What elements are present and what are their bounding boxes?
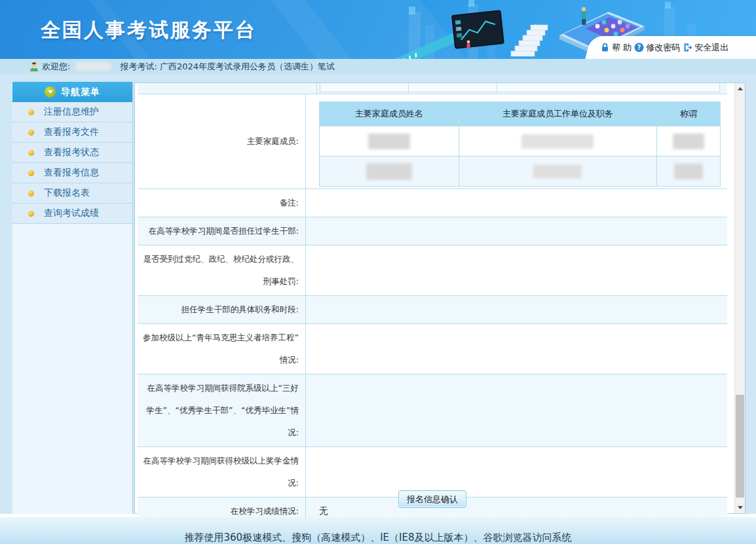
sidebar-item-label: 注册信息维护 [44,106,99,118]
truncated-inner-table [320,83,720,92]
change-password-label: 修改密码 [646,42,680,54]
nav-menu-header[interactable]: 导航菜单 [12,82,132,102]
sidebar: 导航菜单 注册信息维护 查看报考文件 查看报考状态 查看报考信息 下载报名表 查… [12,82,133,514]
field-value [306,324,727,374]
welcome-greeting: 欢迎您: [42,61,70,73]
logout-button[interactable]: 安全退出 [683,42,728,54]
main-panel: 主要家庭成员: 主要家庭成员姓名 主要家庭成员工作单位及职务 称谓 [134,82,746,514]
bullet-icon [28,130,34,136]
sidebar-item-register-info[interactable]: 注册信息维护 [12,102,132,122]
bullet-icon [28,190,34,196]
family-table-row [320,126,720,156]
bullet-icon [28,109,34,115]
sidebar-item-label: 查看报考状态 [44,147,99,158]
field-value [306,245,727,295]
field-value [306,447,727,497]
sidebar-item-label: 查询考试成绩 [44,208,99,219]
sidebar-item-label: 查看报考文件 [44,126,99,138]
user-avatar-icon [29,62,39,71]
field-label: 是否受到过党纪、政纪、校纪处分或行政、刑事处罚: [140,248,299,293]
field-row-remark: 备注: [138,189,727,217]
col-header-work-unit: 主要家庭成员工作单位及职务 [459,102,658,126]
field-label: 在高等学校学习期间获得校级以上奖学金情况: [140,450,299,494]
sidebar-item-exam-info[interactable]: 查看报考信息 [12,163,132,183]
confirm-registration-button[interactable]: 报名信息确认 [398,490,466,508]
redacted-name [368,134,410,149]
truncated-row-label [138,83,317,94]
redacted-work-unit [533,165,582,178]
family-members-label-cell: 主要家庭成员: [138,94,306,189]
scroll-up-arrow-icon[interactable] [735,83,745,94]
vertical-scrollbar[interactable] [734,83,745,513]
field-label: 备注: [140,192,299,214]
field-label: 参加校级以上“青年马克思主义者培养工程”情况: [140,327,299,371]
field-value [306,296,727,323]
header-tools-panel: 帮 助 ? 修改密码 安全退出 [585,36,756,59]
sidebar-item-exam-files[interactable]: 查看报考文件 [12,122,132,143]
family-members-table: 主要家庭成员姓名 主要家庭成员工作单位及职务 称谓 [319,101,721,187]
field-label: 担任学生干部的具体职务和时段: [140,299,299,321]
field-value [306,189,727,217]
exam-info: 报考考试: 广西2024年度考试录用公务员（选调生）笔试 [120,61,335,73]
field-label: 在高等学校学习期间获得院系级以上“三好学生”、“优秀学生干部”、“优秀毕业生”情… [140,377,299,444]
family-members-row: 主要家庭成员: 主要家庭成员姓名 主要家庭成员工作单位及职务 称谓 [138,94,727,189]
redacted-name [366,163,412,180]
scroll-down-arrow-icon[interactable] [735,502,745,513]
question-icon: ? [634,43,644,52]
col-header-relation: 称谓 [657,102,720,126]
redacted-relation [674,164,703,179]
truncated-row [138,83,727,94]
svg-text:?: ? [637,44,641,51]
field-value [306,217,727,245]
bullet-icon [28,170,34,176]
page-footer: 推荐使用360极速模式、搜狗（高速模式）、IE（IE8及以上版本）、谷歌浏览器访… [0,517,756,544]
user-name-redacted [75,62,111,71]
logout-icon [683,43,692,52]
field-row-honors: 在高等学校学习期间获得院系级以上“三好学生”、“优秀学生干部”、“优秀毕业生”情… [138,374,727,447]
registration-info-table: 主要家庭成员: 主要家庭成员姓名 主要家庭成员工作单位及职务 称谓 [138,83,727,526]
help-label: 帮 助 [612,42,632,54]
page: 全国人事考试服务平台 [0,0,756,544]
family-members-value-cell: 主要家庭成员姓名 主要家庭成员工作单位及职务 称谓 [306,94,727,189]
field-label: 在高等学校学习期间是否担任过学生干部: [140,220,299,242]
field-row-marxism-program: 参加校级以上“青年马克思主义者培养工程”情况: [138,324,727,374]
field-row-discipline: 是否受到过党纪、政纪、校纪处分或行政、刑事处罚: [138,245,727,296]
sidebar-item-download-form[interactable]: 下载报名表 [12,183,132,204]
logout-label: 安全退出 [694,42,728,54]
app-header: 全国人事考试服务平台 [0,0,756,59]
field-value [306,374,727,446]
family-table-row [320,156,720,186]
redacted-work-unit [521,134,594,149]
sidebar-item-label: 下载报名表 [44,187,90,199]
change-password-button[interactable]: ? 修改密码 [634,42,680,54]
site-title: 全国人事考试服务平台 [41,17,257,44]
collapse-icon [45,86,56,98]
field-label: 主要家庭成员: [140,130,299,153]
welcome-bar: 欢迎您: 报考考试: 广西2024年度考试录用公务员（选调生）笔试 [0,59,756,74]
help-button[interactable]: 帮 助 [600,42,632,54]
nav-menu-title: 导航菜单 [61,86,100,98]
field-row-student-cadre: 在高等学校学习期间是否担任过学生干部: [138,217,727,245]
scrollbar-thumb[interactable] [736,395,744,498]
bullet-icon [28,211,34,217]
family-table-header: 主要家庭成员姓名 主要家庭成员工作单位及职务 称谓 [320,102,720,126]
browser-recommendation: 推荐使用360极速模式、搜狗（高速模式）、IE（IE8及以上版本）、谷歌浏览器访… [0,532,756,544]
lock-icon [600,43,610,52]
sidebar-item-label: 查看报考信息 [44,167,99,179]
sidebar-item-exam-scores[interactable]: 查询考试成绩 [12,204,132,224]
redacted-relation [673,134,704,149]
bullet-icon [28,150,34,156]
col-header-name: 主要家庭成员姓名 [320,102,459,126]
sidebar-item-exam-status[interactable]: 查看报考状态 [12,143,132,163]
field-row-cadre-duty: 担任学生干部的具体职务和时段: [138,296,727,324]
